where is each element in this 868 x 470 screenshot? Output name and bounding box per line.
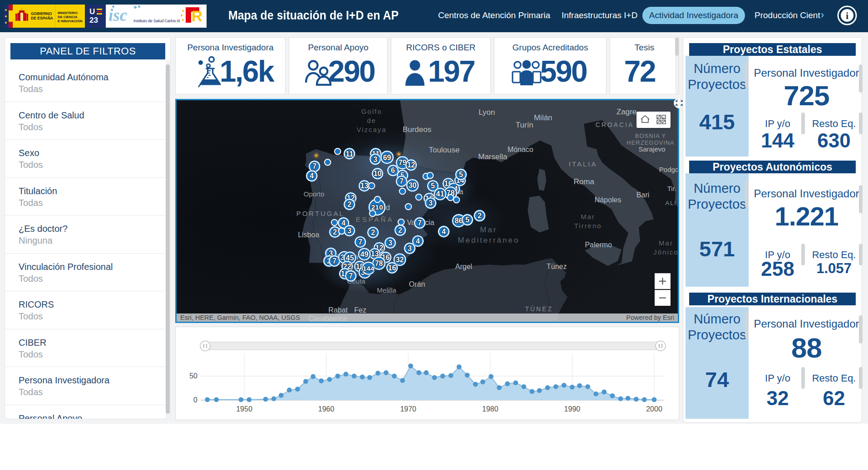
svg-text:Esri, HERE, Garmin, FAO, NOAA,: Esri, HERE, Garmin, FAO, NOAA, USGS — [180, 314, 300, 321]
svg-text:49: 49 — [360, 250, 369, 258]
svg-text:ESPAÑA: ESPAÑA — [356, 215, 394, 223]
svg-text:2: 2 — [398, 226, 402, 234]
svg-text:10: 10 — [374, 170, 382, 177]
svg-text:Golfo: Golfo — [361, 108, 382, 115]
svg-text:4: 4 — [310, 172, 314, 180]
svg-text:Orán: Orán — [409, 280, 425, 288]
svg-text:7: 7 — [418, 219, 422, 227]
svg-text:5: 5 — [459, 171, 463, 178]
svg-text:Podgor: Podgor — [659, 166, 678, 173]
svg-text:Jónico: Jónico — [653, 248, 678, 256]
svg-text:50: 50 — [189, 372, 197, 380]
svg-text:i: i — [846, 10, 848, 21]
svg-text:1990: 1990 — [564, 405, 581, 413]
svg-text:11: 11 — [345, 150, 353, 158]
svg-text:7: 7 — [332, 257, 336, 265]
svg-text:41: 41 — [436, 190, 444, 198]
svg-text:1950: 1950 — [236, 405, 252, 413]
svg-text:Rabat: Rabat — [328, 306, 348, 314]
svg-text:Fez: Fez — [354, 306, 366, 314]
svg-text:Melilla: Melilla — [377, 286, 396, 294]
svg-text:ITALIA: ITALIA — [569, 160, 597, 168]
svg-text:Lisboa: Lisboa — [298, 231, 319, 239]
svg-text:Bari: Bari — [636, 191, 649, 199]
svg-text:Tirreno: Tirreno — [574, 222, 602, 230]
svg-text:Argel: Argel — [455, 263, 472, 270]
svg-text:2: 2 — [371, 229, 375, 236]
svg-text:Burdeos: Burdeos — [403, 125, 431, 134]
svg-text:78: 78 — [375, 259, 383, 267]
svg-text:3: 3 — [408, 245, 412, 252]
svg-text:0: 0 — [193, 396, 197, 404]
svg-text:de: de — [367, 117, 376, 124]
svg-text:210: 210 — [371, 203, 383, 211]
svg-text:144: 144 — [363, 264, 375, 272]
svg-text:32: 32 — [396, 256, 404, 264]
svg-text:3: 3 — [429, 199, 433, 207]
svg-text:BOSNIA Y: BOSNIA Y — [635, 132, 666, 139]
svg-text:4: 4 — [416, 237, 420, 245]
svg-text:2: 2 — [333, 228, 337, 236]
svg-text:Mar: Mar — [480, 225, 497, 234]
svg-text:Mediterráneo: Mediterráneo — [458, 236, 519, 245]
svg-text:Milán: Milán — [534, 113, 552, 122]
svg-text:1970: 1970 — [400, 405, 416, 413]
svg-text:Mar: Mar — [659, 239, 673, 247]
svg-text:ALI: ALI — [666, 200, 677, 206]
svg-text:7: 7 — [358, 238, 362, 246]
svg-text:13: 13 — [360, 182, 369, 190]
svg-text:3: 3 — [388, 239, 392, 247]
svg-text:4: 4 — [442, 228, 446, 235]
svg-text:3: 3 — [347, 227, 351, 235]
svg-text:1980: 1980 — [482, 405, 498, 413]
svg-text:Sarajevo: Sarajevo — [638, 145, 665, 153]
svg-text:Lyon: Lyon — [478, 108, 495, 117]
svg-text:PORTUGAL: PORTUGAL — [296, 210, 345, 217]
svg-text:Mónaco: Mónaco — [508, 146, 533, 153]
svg-text:7: 7 — [399, 177, 404, 185]
svg-text:30: 30 — [409, 181, 417, 189]
svg-text:Toulouse: Toulouse — [429, 146, 459, 154]
svg-text:Roma: Roma — [574, 177, 595, 186]
svg-text:1960: 1960 — [318, 405, 335, 413]
svg-text:3: 3 — [373, 156, 377, 163]
svg-text:CROACIA: CROACIA — [596, 121, 634, 128]
svg-text:7: 7 — [349, 272, 353, 280]
svg-text:Turín: Turín — [516, 121, 533, 129]
svg-text:TÚNEZ: TÚNEZ — [525, 305, 553, 313]
svg-text:6: 6 — [391, 166, 395, 174]
svg-text:4: 4 — [341, 219, 345, 227]
svg-text:Palermo: Palermo — [585, 241, 612, 249]
svg-text:Vizcaya: Vizcaya — [357, 126, 387, 133]
svg-text:2: 2 — [347, 201, 351, 208]
svg-text:69: 69 — [383, 154, 391, 162]
svg-text:Tir.: Tir. — [667, 185, 676, 192]
svg-text:2: 2 — [478, 212, 482, 220]
svg-text:Nápoles: Nápoles — [595, 196, 621, 204]
svg-text:2000: 2000 — [646, 405, 662, 413]
svg-text:Mar: Mar — [581, 213, 595, 220]
svg-text:Oporto: Oporto — [304, 190, 325, 198]
svg-text:5: 5 — [431, 182, 435, 190]
svg-text:12: 12 — [407, 162, 415, 169]
svg-text:Marsella: Marsella — [478, 152, 508, 161]
svg-text:7: 7 — [312, 162, 316, 170]
svg-text:Powered by Esri: Powered by Esri — [626, 314, 674, 321]
svg-text:5: 5 — [465, 216, 469, 224]
svg-text:Túnez: Túnez — [547, 263, 567, 270]
svg-text:Zagre: Zagre — [616, 108, 636, 116]
svg-text:16: 16 — [388, 264, 396, 272]
